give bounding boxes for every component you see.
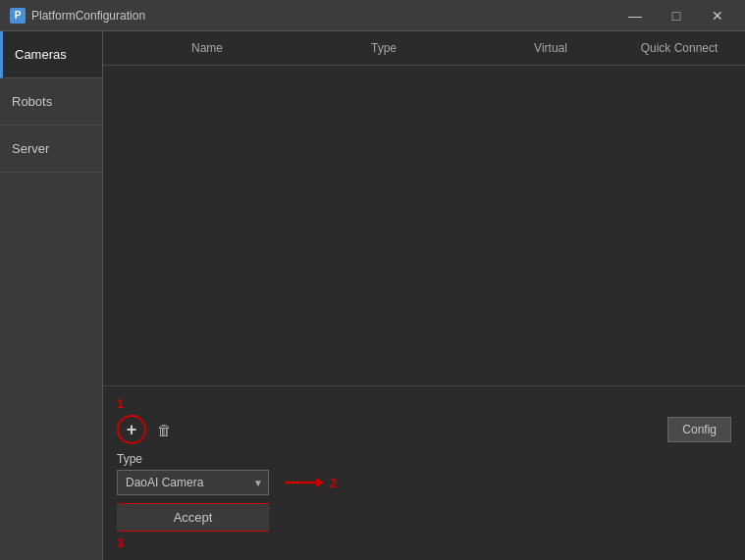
content-area: Name Type Virtual Quick Connect 1 + 🗑 <box>103 31 745 560</box>
col-header-type: Type <box>295 41 472 55</box>
sidebar: Cameras Robots Server <box>0 31 103 560</box>
titlebar: P PlatformConfiguration — □ ✕ <box>0 0 745 31</box>
toolbar-row: + 🗑 Config <box>117 415 731 444</box>
accept-button[interactable]: Accept <box>117 503 269 532</box>
type-select-wrapper: DaoAI Camera ▼ <box>117 470 269 495</box>
minimize-button[interactable]: — <box>615 2 655 29</box>
step1-label: 1 <box>117 396 731 411</box>
col-header-virtual: Virtual <box>472 41 629 55</box>
bottom-panel: 1 + 🗑 Config Type DaoA <box>103 385 745 560</box>
type-select[interactable]: DaoAI Camera <box>117 470 269 495</box>
config-button[interactable]: Config <box>667 417 731 442</box>
titlebar-left: P PlatformConfiguration <box>10 8 145 24</box>
table-area <box>103 66 745 385</box>
trash-icon: 🗑 <box>157 422 172 438</box>
add-button[interactable]: + <box>117 415 146 444</box>
app-icon: P <box>10 8 26 24</box>
step2-label: 2 <box>330 476 337 490</box>
column-headers: Name Type Virtual Quick Connect <box>103 31 745 66</box>
delete-button[interactable]: 🗑 <box>150 416 178 443</box>
col-header-quickconnect: Quick Connect <box>629 41 729 55</box>
sidebar-item-cameras[interactable]: Cameras <box>0 31 102 78</box>
sidebar-item-server[interactable]: Server <box>0 126 102 173</box>
sidebar-item-robots[interactable]: Robots <box>0 78 102 126</box>
main-layout: Cameras Robots Server Name Type Virtual … <box>0 31 745 560</box>
toolbar-left: + 🗑 <box>117 415 178 444</box>
step3-label: 3 <box>117 535 731 550</box>
window-controls: — □ ✕ <box>615 2 737 29</box>
maximize-button[interactable]: □ <box>657 2 696 29</box>
col-header-name: Name <box>119 41 295 55</box>
type-label: Type <box>117 452 731 466</box>
app-title: PlatformConfiguration <box>31 9 145 23</box>
type-row: DaoAI Camera ▼ 2 <box>117 470 731 495</box>
step2-annotation: 2 <box>285 474 337 491</box>
arrow-right-icon <box>285 474 324 491</box>
svg-marker-1 <box>316 478 324 487</box>
close-button[interactable]: ✕ <box>698 2 737 29</box>
